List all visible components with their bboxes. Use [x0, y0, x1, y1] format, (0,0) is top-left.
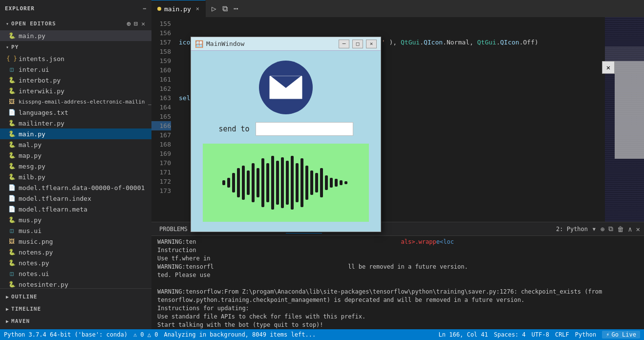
open-editors-label: OPEN EDITORS	[11, 21, 56, 27]
sidebar-item-interwiki-py[interactable]: 🐍 interwiki.py	[0, 85, 151, 96]
sidebar-item-inter-ui[interactable]: ◫ inter.ui	[0, 64, 151, 75]
svg-rect-16	[281, 157, 284, 208]
svg-rect-7	[237, 168, 240, 197]
svg-rect-8	[242, 166, 245, 200]
statusbar-line-ending[interactable]: CRLF	[555, 331, 569, 338]
sidebar-item-languages-txt[interactable]: 📄 languages.txt	[0, 107, 151, 118]
terminal-content[interactable]: WARNING:ten als>.wrappe<loc Instruction …	[151, 236, 644, 329]
filename: mailinter.py	[19, 120, 64, 127]
file-icon-png: 🖼	[8, 237, 16, 245]
collapse-all-icon[interactable]: ⊟	[134, 20, 138, 27]
terminal-close-icon[interactable]: ✕	[636, 225, 640, 233]
svg-rect-25	[325, 175, 328, 190]
delete-terminal-icon[interactable]: 🗑	[617, 225, 624, 233]
svg-rect-20	[301, 158, 303, 207]
sidebar-item-notesinter-py[interactable]: 🐍 notesinter.py	[0, 279, 151, 288]
sidebar-item-kisspng[interactable]: 🖼 kisspng-email-address-electronic-maili…	[0, 96, 151, 107]
terminal-chevron-up[interactable]: ∧	[628, 225, 632, 233]
email-envelope-svg	[269, 75, 303, 100]
modal-minimize-button[interactable]: ─	[339, 40, 349, 48]
statusbar-analyzing: Analyzing in background, 8049 items left…	[164, 331, 316, 338]
outline-header[interactable]: ▶ OUTLINE	[0, 291, 151, 303]
timeline-label: TIMELINE	[11, 306, 41, 312]
sidebar-item-milb-py[interactable]: 🐍 milb.py	[0, 171, 151, 182]
more-actions-icon[interactable]: ⋯	[234, 4, 238, 13]
split-terminal-icon[interactable]: ⧉	[608, 225, 613, 233]
sidebar-item-mus-py[interactable]: 🐍 mus.py	[0, 214, 151, 225]
new-terminal-icon[interactable]: ⊕	[601, 225, 604, 233]
statusbar-python-version[interactable]: Python 3.7.4 64-bit ('base': conda)	[4, 331, 128, 338]
sidebar-item-model-data[interactable]: 📄 model.tflearn.data-00000-of-00001	[0, 182, 151, 193]
file-icon-py: 🐍	[8, 173, 16, 181]
run-icon[interactable]: ▷	[212, 4, 216, 13]
open-editors-arrow: ▾	[6, 21, 9, 26]
sidebar-item-notens-py[interactable]: 🐍 notens.py	[0, 247, 151, 257]
filename: inter.ui	[19, 66, 49, 73]
file-icon-py: 🐍	[8, 151, 16, 159]
statusbar-spaces[interactable]: Spaces: 4	[494, 331, 526, 338]
terminal-line	[157, 279, 638, 288]
filename: map.py	[19, 152, 42, 159]
modal-close-button[interactable]: ×	[366, 40, 377, 48]
sidebar-item-mesg-py[interactable]: 🐍 mesg.py	[0, 161, 151, 171]
explorer-menu-icon[interactable]: ⋯	[143, 5, 147, 12]
open-editors-header[interactable]: ▾ OPEN EDITORS ⊕ ⊟ ✕	[0, 17, 151, 30]
sidebar-item-intents-json[interactable]: { } intents.json	[0, 53, 151, 64]
sidebar-item-interbot-py[interactable]: 🐍 interbot.py	[0, 75, 151, 85]
sidebar-item-music-png[interactable]: 🖼 music.png	[0, 236, 151, 247]
sidebar-item-model-index[interactable]: 📄 model.tflearn.index	[0, 193, 151, 204]
outline-label: OUTLINE	[11, 294, 37, 300]
sidebar-file-list: { } intents.json ◫ inter.ui 🐍 interbot.p…	[0, 53, 151, 288]
filename: mal.py	[19, 141, 42, 149]
py-section-header[interactable]: ▾ PY	[0, 41, 151, 53]
statusbar-language[interactable]: Python	[575, 331, 596, 338]
terminal-line: ted. Please use	[157, 271, 638, 279]
split-editor-icon[interactable]: ⧉	[222, 4, 228, 13]
sidebar-item-notes-py[interactable]: 🐍 notes.py	[0, 257, 151, 268]
file-icon-ui: ◫	[8, 270, 16, 277]
terminal-selector-arrow[interactable]: ▾	[592, 224, 597, 234]
svg-rect-11	[257, 168, 259, 197]
filename: notens.py	[19, 249, 53, 256]
send-to-input[interactable]	[256, 122, 353, 136]
sidebar-item-mal-py[interactable]: 🐍 mal.py	[0, 139, 151, 150]
svg-rect-23	[315, 173, 318, 192]
sidebar-item-mailinter-py[interactable]: 🐍 mailinter.py	[0, 118, 151, 128]
sidebar-item-notes-ui[interactable]: ◫ notes.ui	[0, 268, 151, 279]
terminal-line: WARNING:tensorfl ll be removed in a futu…	[157, 263, 638, 271]
editor-top-right: ▷ ⧉ ⋯	[206, 4, 244, 13]
svg-rect-4	[222, 180, 225, 185]
close-all-icon[interactable]: ✕	[141, 20, 146, 27]
tab-close-button[interactable]: ×	[196, 5, 199, 12]
tab-problems[interactable]: PROBLEMS	[155, 225, 192, 234]
waveform-svg	[217, 153, 354, 212]
file-icon-generic: 📄	[8, 205, 16, 213]
statusbar-encoding[interactable]: UTF-8	[532, 331, 549, 338]
statusbar-errors[interactable]: ⚠ 0 △ 0	[133, 331, 158, 338]
open-editor-filename: main.py	[19, 32, 45, 40]
filename: interbot.py	[19, 77, 61, 84]
outline-arrow: ▶	[6, 294, 9, 299]
file-icon-ui: ◫	[8, 227, 16, 234]
terminal-line: WARNING:tensorflow:From Z:\progam\Anacon…	[157, 288, 638, 296]
file-icon-py: 🐍	[8, 162, 16, 170]
svg-rect-24	[320, 168, 323, 197]
new-file-icon[interactable]: ⊕	[127, 20, 131, 27]
statusbar-ln-col[interactable]: Ln 166, Col 41	[439, 331, 488, 338]
sidebar-item-main-py[interactable]: 🐍 main.py	[0, 128, 151, 139]
modal-maximize-button[interactable]: □	[352, 40, 363, 48]
terminal-line: Instruction	[157, 246, 638, 255]
timeline-header[interactable]: ▶ TIMELINE	[0, 303, 151, 315]
tab-main-py[interactable]: main.py ×	[151, 0, 206, 17]
open-editor-main-py[interactable]: 🐍 main.py	[0, 30, 151, 41]
sidebar: ▾ OPEN EDITORS ⊕ ⊟ ✕ 🐍 main.py ▾ PY { } …	[0, 17, 151, 329]
file-icon-generic: 📄	[8, 184, 16, 191]
maven-header[interactable]: ▶ MAVEN	[0, 315, 151, 327]
sidebar-item-map-py[interactable]: 🐍 map.py	[0, 150, 151, 161]
go-live-button[interactable]: ⚡ Go Live	[602, 331, 640, 339]
sidebar-item-model-meta[interactable]: 📄 model.tflearn.meta	[0, 204, 151, 214]
file-icon-generic: 📄	[8, 194, 16, 202]
go-live-icon: ⚡	[606, 331, 609, 338]
sidebar-item-mus-ui[interactable]: ◫ mus.ui	[0, 225, 151, 236]
modal-titlebar: 🪟 MainWindow ─ □ ×	[191, 37, 381, 51]
